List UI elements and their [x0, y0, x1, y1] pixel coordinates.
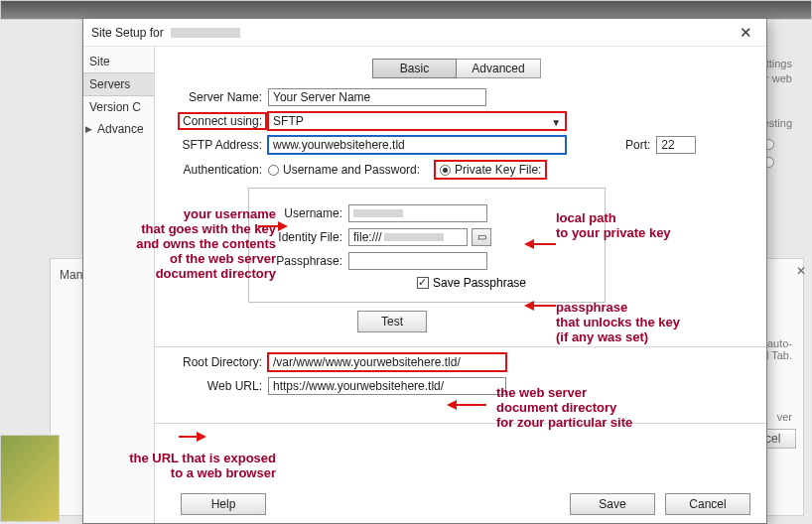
web-url-label: Web URL:	[159, 379, 268, 393]
cancel-button[interactable]: Cancel	[665, 493, 750, 515]
passphrase-input[interactable]	[348, 252, 487, 270]
sidebar-item-label: Site	[89, 55, 110, 68]
tab-basic[interactable]: Basic	[372, 59, 457, 78]
sidebar-item-servers[interactable]: Servers	[83, 72, 154, 96]
separator	[155, 346, 766, 347]
tab-advanced[interactable]: Advanced	[457, 59, 541, 78]
root-dir-input[interactable]: /var/www/www.yourwebsitehere.tld/	[268, 353, 506, 371]
test-wrap: Test	[357, 311, 754, 332]
username-label: Username:	[259, 206, 348, 220]
row-root: Root Directory: /var/www/www.yourwebsite…	[159, 353, 754, 371]
auth-radio-label: Username and Password:	[283, 163, 420, 177]
sftp-address-input[interactable]: www.yourwebsitehere.tld	[268, 136, 566, 154]
port-input[interactable]: 22	[656, 136, 696, 154]
dialog-title-text: Site Setup for	[91, 26, 164, 40]
passphrase-label: Passphrase:	[259, 254, 348, 268]
sidebar-item-site[interactable]: Site	[83, 51, 154, 72]
root-dir-label: Root Directory:	[159, 355, 268, 369]
row-connect: Connect using: SFTP ▼	[159, 112, 754, 130]
server-name-label: Server Name:	[159, 90, 268, 104]
chevron-down-icon: ▼	[551, 115, 561, 131]
radio-icon	[440, 165, 451, 176]
bg-banner	[0, 0, 812, 20]
sftp-address-label: SFTP Address:	[159, 138, 268, 152]
row-passphrase: Passphrase:	[259, 252, 595, 270]
site-setup-dialog: Site Setup for ✕ Site Servers Version C …	[82, 18, 767, 524]
row-weburl: Web URL: https://www.yourwebsitehere.tld…	[159, 377, 754, 395]
tab-bar: BasicAdvanced	[159, 59, 754, 78]
save-button[interactable]: Save	[570, 493, 655, 515]
chevron-right-icon: ▶	[85, 124, 92, 134]
username-input[interactable]	[348, 204, 487, 222]
auth-radio-userpass[interactable]: Username and Password:	[268, 163, 420, 177]
sidebar-item-label: Version C	[89, 100, 141, 114]
sidebar-item-advanced[interactable]: ▶Advance	[83, 118, 154, 140]
bg-close-icon[interactable]: ✕	[796, 264, 806, 278]
sidebar-item-version[interactable]: Version C	[83, 96, 154, 118]
row-server-name: Server Name: Your Server Name	[159, 88, 754, 106]
sidebar: Site Servers Version C ▶Advance	[83, 47, 155, 523]
save-passphrase-label: Save Passphrase	[433, 276, 526, 290]
row-auth: Authentication: Username and Password: P…	[159, 160, 754, 180]
dialog-title: Site Setup for	[91, 26, 733, 40]
separator	[155, 423, 766, 424]
dialog-title-sitename	[171, 28, 240, 38]
row-username: Username:	[259, 204, 595, 222]
row-identity: Identity File: file:/// ▭	[259, 228, 595, 246]
row-address: SFTP Address: www.yourwebsitehere.tld Po…	[159, 136, 754, 154]
web-url-input[interactable]: https://www.yourwebsitehere.tld/	[268, 377, 506, 395]
connect-using-value: SFTP	[273, 114, 304, 128]
identity-file-input[interactable]: file:///	[348, 228, 468, 246]
identity-file-label: Identity File:	[259, 230, 348, 244]
radio-icon	[268, 165, 279, 176]
identity-file-value: file:///	[353, 230, 382, 244]
content-pane: BasicAdvanced Server Name: Your Server N…	[155, 47, 766, 523]
server-name-input[interactable]: Your Server Name	[268, 88, 486, 106]
test-button[interactable]: Test	[357, 311, 427, 332]
bg-text-web: r web	[765, 72, 792, 84]
titlebar: Site Setup for ✕	[83, 19, 766, 47]
save-passphrase-checkbox[interactable]	[417, 277, 429, 289]
sidebar-item-label: Servers	[89, 77, 130, 91]
browse-button[interactable]: ▭	[472, 228, 491, 246]
bg-thumbnail	[0, 435, 60, 522]
dialog-footer: Help Save Cancel	[155, 493, 766, 515]
auth-label: Authentication:	[159, 163, 268, 177]
sidebar-item-label: Advance	[97, 122, 144, 136]
row-save-pass: Save Passphrase	[259, 276, 595, 290]
port-label: Port:	[625, 138, 656, 152]
credentials-panel: Username: Identity File: file:/// ▭ Pass…	[248, 188, 606, 303]
identity-file-redaction	[384, 233, 444, 241]
bg-text-ver: ver	[777, 411, 792, 423]
auth-radio-label: Private Key File:	[455, 163, 541, 177]
connect-using-label: Connect using:	[179, 113, 266, 129]
close-icon[interactable]: ✕	[733, 24, 758, 42]
auth-radio-keyfile[interactable]: Private Key File:	[434, 160, 547, 180]
connect-using-dropdown[interactable]: SFTP ▼	[268, 112, 566, 130]
help-button[interactable]: Help	[181, 493, 266, 515]
